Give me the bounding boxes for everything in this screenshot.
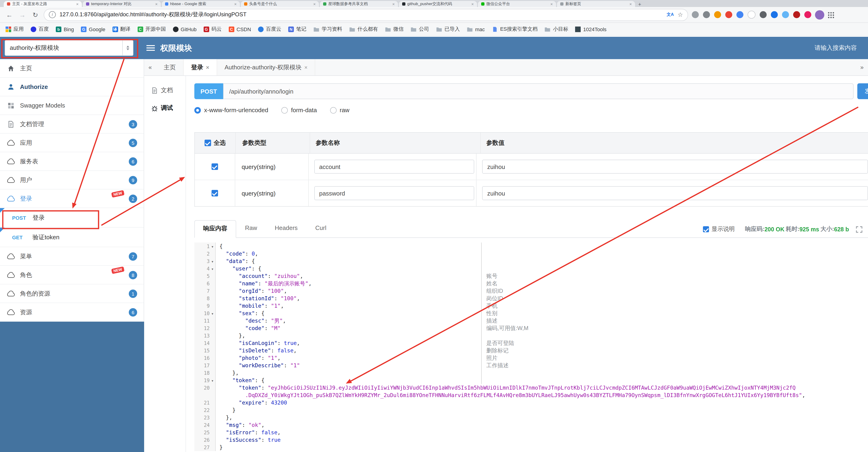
bookmark[interactable]: 1024Tools — [575, 26, 607, 32]
sidebar-item[interactable]: Authorize — [0, 78, 144, 96]
extension-icon[interactable] — [737, 11, 743, 18]
bookmark[interactable]: 微信 — [385, 26, 404, 33]
extension-icon[interactable] — [793, 11, 800, 18]
url-text[interactable]: 127.0.0.1:8760/api/gate/doc.html#/author… — [60, 11, 663, 19]
param-name-input[interactable] — [314, 160, 474, 174]
sidebar-item[interactable]: 文档管理3 — [0, 115, 144, 134]
response-tab[interactable]: Headers — [266, 220, 306, 237]
show-desc-checkbox[interactable] — [703, 226, 709, 232]
extension-icon[interactable] — [748, 11, 755, 19]
sidebar-item[interactable]: 服务表6 — [0, 152, 144, 171]
forward-icon[interactable]: → — [18, 11, 27, 19]
endpoint-item-get[interactable]: GET验证token — [0, 228, 144, 247]
tab-close-icon[interactable]: × — [313, 2, 316, 6]
bookmark[interactable]: CCSDN — [229, 26, 251, 32]
bookmark[interactable]: GGoogle — [81, 26, 105, 32]
module-select[interactable]: authority-权限模块 — [5, 40, 133, 56]
radio-icon[interactable] — [194, 107, 201, 113]
sidebar-item[interactable]: 用户9 — [0, 171, 144, 190]
sidebar-item[interactable]: 角色NEW8 — [0, 266, 144, 284]
extension-icon[interactable] — [714, 11, 721, 18]
bookmark[interactable]: 译翻译 — [112, 26, 130, 33]
doc-tab[interactable]: 登录× — [184, 59, 217, 76]
sidebar-item[interactable]: 主页 — [0, 59, 144, 78]
request-url-input[interactable] — [223, 83, 854, 99]
tab-close-icon[interactable]: × — [550, 2, 553, 6]
row-checkbox[interactable] — [212, 163, 218, 170]
sidebar-item[interactable]: Swagger Models — [0, 96, 144, 115]
bookmark[interactable]: 什么都有 — [349, 26, 378, 33]
fold-caret-icon[interactable]: ▾ — [210, 265, 215, 273]
extension-icon[interactable] — [692, 11, 699, 18]
extension-icon[interactable] — [703, 11, 710, 18]
bookmark[interactable]: 百度 — [31, 26, 49, 33]
bookmark-star-icon[interactable]: ☆ — [678, 11, 683, 18]
panel-tab-调试[interactable]: 调试 — [144, 99, 186, 117]
row-checkbox[interactable] — [212, 190, 218, 196]
bookmark[interactable]: 公司 — [410, 26, 429, 33]
browser-tab[interactable]: temporary-Interior 对比× — [83, 1, 161, 7]
info-icon[interactable]: i — [49, 11, 56, 18]
bookmark[interactable]: N笔记 — [288, 26, 306, 33]
content-type-option[interactable]: raw — [330, 107, 349, 114]
sidebar-item[interactable]: 菜单7 — [0, 247, 144, 266]
fold-caret-icon[interactable]: ▾ — [210, 377, 215, 385]
sidebar-item[interactable]: 登录NEW2 — [0, 190, 144, 208]
reload-icon[interactable]: ↻ — [31, 11, 40, 19]
tab-close-icon[interactable]: × — [392, 2, 395, 6]
bookmark[interactable]: 小目标 — [545, 26, 568, 33]
extension-icon[interactable] — [771, 11, 778, 18]
panel-tab-文档[interactable]: 文档 — [144, 82, 186, 99]
address-bar[interactable]: i 127.0.0.1:8760/api/gate/doc.html#/auth… — [44, 9, 688, 21]
bookmark[interactable]: 百度云 — [258, 26, 281, 33]
tab-close-icon[interactable]: × — [471, 2, 474, 6]
browser-tab[interactable]: 微信公众平台× — [478, 1, 556, 7]
expand-icon[interactable] — [856, 226, 862, 232]
tabs-scroll-right-icon[interactable]: » — [856, 59, 868, 76]
browser-tab[interactable]: 新标签页× — [557, 1, 635, 7]
response-tab[interactable]: Curl — [306, 220, 335, 237]
fold-caret-icon[interactable]: ▾ — [210, 243, 215, 250]
browser-tab[interactable]: 星球数据参考共享文档× — [320, 1, 398, 7]
back-icon[interactable]: ← — [5, 11, 14, 19]
tab-close-icon[interactable]: × — [206, 64, 209, 70]
menu-icon[interactable] — [147, 45, 155, 51]
bookmark[interactable]: GitHub — [173, 26, 197, 32]
extension-icon[interactable] — [804, 11, 811, 18]
bookmark[interactable]: bBing — [56, 26, 74, 32]
header-search[interactable]: 请输入搜索内容 — [814, 44, 857, 52]
tab-close-icon[interactable]: × — [155, 2, 158, 6]
send-button[interactable]: 发送 — [857, 83, 868, 99]
select-all-checkbox[interactable] — [204, 140, 211, 146]
fold-caret-icon[interactable]: ▾ — [210, 310, 215, 317]
param-name-input[interactable] — [314, 186, 474, 200]
radio-icon[interactable] — [281, 107, 288, 113]
bookmark[interactable]: ES搜索引擎文档 — [492, 26, 537, 33]
endpoint-item-post[interactable]: POST登录 — [0, 208, 144, 228]
bookmark[interactable]: G码云 — [204, 26, 222, 33]
response-tab[interactable]: 响应内容 — [194, 220, 236, 238]
new-tab-icon[interactable]: + — [636, 1, 644, 7]
param-value-input[interactable] — [482, 160, 868, 174]
tab-close-icon[interactable]: × — [234, 2, 237, 6]
browser-tab[interactable]: github_pusher交流和代码× — [399, 1, 477, 7]
sidebar-item[interactable]: 角色的资源1 — [0, 284, 144, 303]
translate-icon[interactable]: 文A — [667, 12, 674, 18]
extension-icon[interactable] — [725, 11, 732, 18]
bookmark[interactable]: 已导入 — [436, 26, 460, 33]
extension-icon[interactable] — [782, 11, 789, 18]
bookmark[interactable]: 应用 — [6, 26, 24, 33]
bookmark[interactable]: C开源中国 — [137, 26, 166, 33]
sidebar-item[interactable]: 应用5 — [0, 134, 144, 152]
radio-icon[interactable] — [330, 107, 336, 113]
browser-tab[interactable]: 头条号是个什么× — [241, 1, 319, 7]
doc-tab[interactable]: 主页 — [156, 59, 184, 76]
tabs-scroll-left-icon[interactable]: « — [144, 59, 156, 76]
tab-close-icon[interactable]: × — [629, 2, 632, 6]
bookmark[interactable]: mac — [467, 26, 485, 32]
content-type-option[interactable]: form-data — [281, 107, 317, 114]
browser-tab[interactable]: hbase - Google 搜索× — [162, 1, 240, 7]
tab-close-icon[interactable]: × — [304, 64, 308, 70]
sidebar-item[interactable]: 资源6 — [0, 303, 144, 322]
tab-close-icon[interactable]: × — [76, 2, 79, 6]
